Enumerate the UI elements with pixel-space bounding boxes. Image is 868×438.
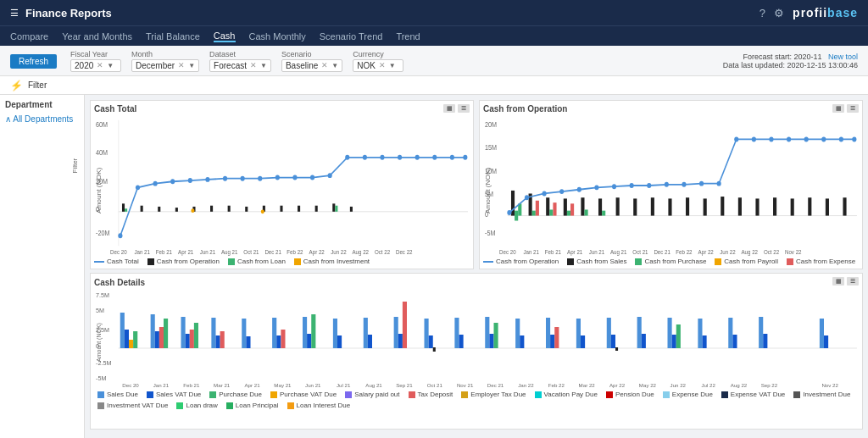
svg-rect-175 <box>459 335 464 348</box>
svg-point-32 <box>241 176 245 181</box>
dataset-select[interactable]: Forecast ✕ ▼ <box>209 59 271 72</box>
toolbar: Refresh Fiscal Year 2020 ✕ ▼ Month Decem… <box>0 46 868 76</box>
nav-trend[interactable]: Trend <box>396 31 420 42</box>
fiscal-year-clear[interactable]: ✕ <box>97 61 103 69</box>
svg-rect-73 <box>536 201 539 216</box>
svg-text:Oct 21: Oct 21 <box>427 383 443 388</box>
nav-cash[interactable]: Cash <box>214 30 236 42</box>
svg-rect-159 <box>276 335 281 348</box>
scenario-select[interactable]: Baseline ✕ ▼ <box>281 59 342 72</box>
svg-rect-7 <box>122 203 125 211</box>
chart2-icon1[interactable]: ▦ <box>832 104 844 113</box>
new-tool-link[interactable]: New tool <box>828 53 858 61</box>
legend-sales-due-label: Sales Due <box>107 391 138 398</box>
nav-scenario-trend[interactable]: Scenario Trend <box>320 31 383 42</box>
legend-cash-investment: Cash from Investment <box>294 258 370 265</box>
month-clear[interactable]: ✕ <box>178 61 185 69</box>
chart1-icon1[interactable]: ▦ <box>443 104 455 113</box>
svg-point-102 <box>577 187 581 192</box>
nav-trial-balance[interactable]: Trial Balance <box>146 31 200 42</box>
svg-rect-158 <box>272 318 276 348</box>
svg-rect-149 <box>181 317 186 348</box>
svg-text:7.5M: 7.5M <box>96 292 109 299</box>
legend-investment-due: Investment Due <box>793 391 850 398</box>
fiscal-year-select[interactable]: 2020 ✕ ▼ <box>70 59 121 72</box>
nav-cash-monthly[interactable]: Cash Monthly <box>249 31 306 42</box>
data-last-updated: Data last updated: 2020-12-15 13:00:46 <box>723 61 858 69</box>
month-select[interactable]: December ✕ ▼ <box>131 59 199 72</box>
month-value: December <box>136 61 175 70</box>
svg-rect-165 <box>337 335 342 348</box>
svg-text:-5M: -5M <box>485 230 495 238</box>
chart3-icon2[interactable]: ☰ <box>847 277 859 286</box>
sidebar-item-all-departments[interactable]: ∧ All Departments <box>5 113 79 125</box>
header-left: ☰ Finance Reports <box>10 7 112 19</box>
nav-compare[interactable]: Compare <box>10 31 48 42</box>
legend-expense-due: Expense Due <box>663 391 713 398</box>
legend-loan-draw-label: Loan draw <box>186 402 217 409</box>
svg-rect-13 <box>210 206 213 212</box>
svg-rect-95 <box>808 197 811 215</box>
svg-rect-9 <box>141 206 143 212</box>
currency-value: NOK <box>357 61 376 70</box>
legend-cash-loan-icon <box>228 258 235 265</box>
hamburger-icon[interactable]: ☰ <box>10 8 19 19</box>
svg-rect-82 <box>598 198 602 215</box>
svg-text:Dec 20: Dec 20 <box>122 383 139 388</box>
svg-rect-151 <box>190 330 194 348</box>
svg-point-109 <box>699 181 704 186</box>
svg-rect-94 <box>791 198 794 215</box>
svg-rect-153 <box>211 318 215 348</box>
legend-tax-deposit-label: Tax Deposit <box>418 391 453 398</box>
main-area: Department ∧ All Departments Filter Cash… <box>0 95 868 438</box>
settings-icon[interactable]: ⚙ <box>774 7 784 19</box>
svg-text:Feb 21: Feb 21 <box>545 248 561 254</box>
svg-point-42 <box>415 155 420 160</box>
svg-rect-76 <box>553 202 556 215</box>
svg-point-103 <box>594 185 598 190</box>
currency-group: Currency NOK ✕ ▼ <box>353 50 403 72</box>
svg-point-34 <box>275 175 280 180</box>
legend-employer-tax-label: Employer Tax Due <box>470 391 526 398</box>
cash-total-title: Cash Total <box>94 104 470 114</box>
svg-point-41 <box>398 155 402 160</box>
cash-operation-svg: 20M 15M 10M 5M 0 -5M <box>483 115 859 256</box>
legend-purchase-label: Cash from Purchase <box>644 258 706 265</box>
svg-rect-17 <box>280 206 282 212</box>
cash-operation-chart-area: 20M 15M 10M 5M 0 -5M <box>483 115 859 256</box>
svg-text:Feb 22: Feb 22 <box>548 383 565 388</box>
dataset-clear[interactable]: ✕ <box>250 61 257 69</box>
page-title: Finance Reports <box>25 7 112 19</box>
svg-rect-180 <box>520 335 524 348</box>
chart2-icon2[interactable]: ☰ <box>847 104 859 113</box>
svg-rect-195 <box>703 335 707 348</box>
refresh-button[interactable]: Refresh <box>10 54 57 69</box>
scenario-clear[interactable]: ✕ <box>321 61 328 69</box>
legend-purchase-vat-icon <box>270 391 277 398</box>
content-area: Cash Total ▦ ☰ 60M 40M 20M 0 -20M <box>85 95 868 438</box>
svg-text:Aug 21: Aug 21 <box>221 248 238 256</box>
chart1-icon2[interactable]: ☰ <box>458 104 470 113</box>
legend-op-line-icon <box>483 261 493 263</box>
legend-sales-due-icon <box>97 391 104 398</box>
svg-rect-179 <box>515 319 520 348</box>
svg-rect-198 <box>759 317 763 348</box>
legend-cash-total-label: Cash Total <box>107 258 139 265</box>
currency-clear[interactable]: ✕ <box>379 61 386 69</box>
svg-text:Dec 21: Dec 21 <box>654 248 670 254</box>
currency-select[interactable]: NOK ✕ ▼ <box>353 59 403 72</box>
svg-rect-80 <box>581 197 584 215</box>
svg-rect-86 <box>651 197 654 215</box>
legend-cash-investment-icon <box>294 258 301 265</box>
svg-text:Jun 21: Jun 21 <box>589 248 605 254</box>
svg-text:Jun 21: Jun 21 <box>200 248 216 254</box>
legend-expense-vat: Expense VAT Due <box>721 391 785 398</box>
nav-year-months[interactable]: Year and Months <box>62 31 132 42</box>
fiscal-year-group: Fiscal Year 2020 ✕ ▼ <box>70 50 121 72</box>
help-icon[interactable]: ? <box>760 7 765 19</box>
svg-point-43 <box>432 155 437 160</box>
legend-loan-interest: Loan Interest Due <box>287 402 351 409</box>
cash-details-icons: ▦ ☰ <box>832 277 859 286</box>
chart3-icon1[interactable]: ▦ <box>832 277 844 286</box>
legend-purchase-vat-due: Purchase VAT Due <box>270 391 337 398</box>
